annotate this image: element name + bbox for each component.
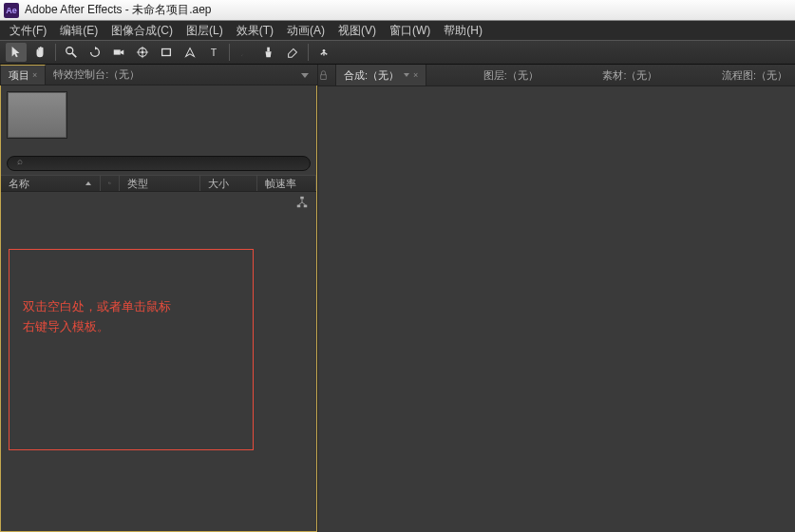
close-icon[interactable]: × <box>32 70 37 80</box>
workspace: 项目 × 特效控制台:（无） ⌕ 名称 <box>0 65 795 532</box>
window-title: Adobe After Effects - 未命名项目.aep <box>25 2 212 18</box>
svg-line-1 <box>72 53 76 57</box>
tab-flowchart[interactable]: 流程图:（无） <box>714 65 795 86</box>
toolbar-separator <box>229 44 230 61</box>
project-item-area[interactable]: 双击空白处，或者单击鼠标 右键导入模板。 <box>1 192 316 531</box>
tool-hand[interactable] <box>29 43 50 62</box>
svg-line-22 <box>302 202 306 205</box>
svg-rect-18 <box>297 205 301 208</box>
tool-pan-behind[interactable] <box>132 43 153 62</box>
tool-selection[interactable] <box>6 43 27 62</box>
flowchart-icon[interactable] <box>295 196 309 209</box>
tab-effects-console-label: 特效控制台:（无） <box>53 67 140 82</box>
panel-menu-icon[interactable] <box>296 66 313 84</box>
menu-help[interactable]: 帮助(H) <box>438 22 488 40</box>
toolbar-separator <box>308 44 309 61</box>
svg-rect-17 <box>300 197 304 200</box>
column-header-type[interactable]: 类型 <box>120 176 200 191</box>
menu-view[interactable]: 视图(V) <box>332 22 382 40</box>
svg-point-14 <box>321 53 323 55</box>
svg-point-15 <box>326 53 328 55</box>
search-row: ⌕ <box>7 154 311 171</box>
svg-rect-19 <box>304 205 308 208</box>
menu-effect[interactable]: 效果(T) <box>231 22 279 40</box>
column-header-rate[interactable]: 帧速率 <box>257 176 316 191</box>
svg-rect-2 <box>114 49 121 54</box>
app-logo: Ae <box>4 3 19 18</box>
tool-puppet[interactable] <box>313 43 334 62</box>
tab-project[interactable]: 项目 × <box>0 65 46 85</box>
column-header-size[interactable]: 大小 <box>200 176 257 191</box>
project-panel: 项目 × 特效控制台:（无） ⌕ 名称 <box>0 65 318 532</box>
close-icon[interactable]: × <box>413 70 418 80</box>
tab-composition[interactable]: 合成:（无） × <box>335 65 426 86</box>
column-name-label: 名称 <box>9 177 29 191</box>
tab-composition-label: 合成:（无） <box>344 68 399 83</box>
tab-effects-console[interactable]: 特效控制台:（无） <box>46 65 147 85</box>
menubar: 文件(F) 编辑(E) 图像合成(C) 图层(L) 效果(T) 动画(A) 视图… <box>0 21 795 40</box>
search-input[interactable] <box>7 156 311 171</box>
annotation-text-line2: 右键导入模板。 <box>23 317 239 337</box>
tool-text[interactable]: T <box>203 43 224 62</box>
svg-rect-23 <box>321 74 327 79</box>
column-header-name[interactable]: 名称 <box>1 176 101 191</box>
project-panel-body: ⌕ 名称 类型 大小 帧速率 双击空白处， <box>0 86 317 532</box>
svg-line-21 <box>299 202 303 205</box>
tool-eraser[interactable] <box>282 43 303 62</box>
svg-rect-7 <box>162 49 171 56</box>
tag-icon <box>108 178 111 189</box>
toolbar-separator <box>55 44 56 61</box>
viewer-body[interactable] <box>318 86 795 532</box>
svg-point-0 <box>66 48 73 54</box>
toolbar: T <box>0 40 795 65</box>
menu-window[interactable]: 窗口(W) <box>384 22 436 40</box>
chevron-down-icon <box>403 71 410 79</box>
svg-rect-9 <box>267 48 270 51</box>
annotation-box: 双击空白处，或者单击鼠标 右键导入模板。 <box>9 249 254 450</box>
viewer-panel: 合成:（无） × 图层:（无） 素材:（无） 流程图:（无） <box>318 65 795 532</box>
tool-rect[interactable] <box>156 43 177 62</box>
tab-layer[interactable]: 图层:（无） <box>476 65 546 86</box>
tab-project-label: 项目 <box>9 68 29 83</box>
preview-thumb-row <box>1 86 316 152</box>
viewer-tab-group-first: 合成:（无） × <box>318 65 426 86</box>
viewer-tabs: 合成:（无） × 图层:（无） 素材:（无） 流程图:（无） <box>318 65 795 86</box>
menu-layer[interactable]: 图层(L) <box>180 22 229 40</box>
menu-composition[interactable]: 图像合成(C) <box>105 22 179 40</box>
window-titlebar: Ae Adobe After Effects - 未命名项目.aep <box>0 0 795 21</box>
tool-clone[interactable] <box>258 43 279 62</box>
tool-brush[interactable] <box>235 43 256 62</box>
left-panel-tabs: 项目 × 特效控制台:（无） <box>0 65 317 86</box>
column-header-tag[interactable] <box>101 176 120 191</box>
tool-pen[interactable] <box>180 43 200 62</box>
preview-thumbnail <box>7 91 67 139</box>
tool-camera[interactable] <box>108 43 129 62</box>
menu-animation[interactable]: 动画(A) <box>281 22 331 40</box>
lock-icon[interactable] <box>318 70 335 81</box>
menu-file[interactable]: 文件(F) <box>4 22 52 40</box>
tool-zoom[interactable] <box>61 43 82 62</box>
annotation-text-line1: 双击空白处，或者单击鼠标 <box>23 297 239 317</box>
menu-edit[interactable]: 编辑(E) <box>54 22 104 40</box>
tab-footage[interactable]: 素材:（无） <box>595 65 665 86</box>
tool-rotate[interactable] <box>85 43 105 62</box>
project-column-headers: 名称 类型 大小 帧速率 <box>1 175 316 192</box>
svg-text:T: T <box>211 47 218 58</box>
